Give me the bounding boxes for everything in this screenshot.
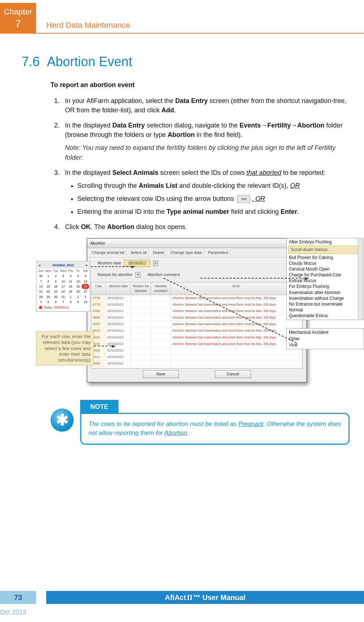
- calendar-month: October, 2012: [52, 263, 74, 268]
- col-error: Error: [171, 282, 302, 295]
- col-reason: Reason for abortion: [131, 282, 151, 295]
- step-3-bullet-2: Selecting the relevant cow IDs using the…: [77, 194, 350, 203]
- note-text: The cows to be reported for abortion mus…: [80, 413, 350, 444]
- footer: 73 AfiAct II™ User Manual: [0, 591, 364, 604]
- chapter-tab: Chapter 7: [0, 3, 36, 34]
- chapter-number: 7: [0, 18, 36, 30]
- reason-label: Reason for abortion: [98, 272, 133, 278]
- toolbar-change-list[interactable]: Change animal list: [90, 249, 126, 256]
- list-item: Estrual Mucus: [287, 278, 363, 284]
- table-row[interactable]: 677920/10/2012Abortion: Between last ins…: [91, 302, 302, 308]
- list-item: Cloudy Mucus: [287, 260, 363, 266]
- note-icon: ✱: [51, 409, 74, 432]
- section-number: 7.6: [14, 54, 40, 69]
- expand-note: Note: You may need to expand the fertili…: [65, 143, 350, 162]
- list-item: Insemination after Abortion: [287, 290, 363, 295]
- list-item: Insemination without Charge: [287, 295, 363, 301]
- chevron-down-icon[interactable]: ▾: [153, 260, 158, 266]
- arrow-right-button[interactable]: >>: [237, 195, 250, 203]
- list-item: Normal: [287, 307, 363, 313]
- list-item: Viral: [289, 342, 361, 348]
- data-grid[interactable]: Cow Abortion date Reason for abortion Ab…: [91, 282, 303, 369]
- screenshot-area: Abortion ✕ Change animal list Select all…: [51, 238, 350, 390]
- calendar-today: 🔴 Today: 10/20/2012: [37, 304, 89, 310]
- step-3: In the displayed Select Animals screen s…: [61, 168, 350, 216]
- step-list: In your AfiFarm application, select the …: [51, 96, 350, 232]
- step-1: In your AfiFarm application, select the …: [61, 96, 350, 115]
- table-row[interactable]: 678620/10/2012Abortion: Between last ins…: [91, 308, 302, 315]
- section-title: Abortion Event: [47, 54, 132, 69]
- dialog-toolbar: Change animal list Select all Delete Cha…: [87, 248, 306, 258]
- menu-top-item: After Embryo Flushing: [287, 239, 363, 245]
- step-3-bullet-1: Scrolling through the Animals List and d…: [77, 181, 350, 190]
- table-row[interactable]: 680520/10/2012Abortion: Between last ins…: [91, 315, 302, 321]
- col-date: Abortion date: [106, 282, 131, 295]
- save-button[interactable]: Save: [143, 370, 179, 378]
- table-row[interactable]: 602020/10/2012Abortion: Between last ins…: [91, 334, 302, 341]
- cancel-button[interactable]: Cancel: [215, 370, 251, 378]
- calendar-next-icon[interactable]: ▸: [86, 263, 88, 268]
- scrollbar[interactable]: [358, 239, 363, 319]
- dropdown-annotation-1: After Embryo Flushing Scroll-down menus:…: [286, 238, 364, 320]
- abortion-dialog: Abortion ✕ Change animal list Select all…: [87, 238, 307, 383]
- subheading: To report an abortion event: [51, 80, 350, 90]
- list-item: For Embryo Flushing: [287, 284, 363, 289]
- table-row[interactable]: 603020/10/2012Abortion: Between last ins…: [91, 341, 302, 347]
- chevron-down-icon[interactable]: ▾: [135, 272, 140, 278]
- step-3-bullet-3: Entering the animal ID into the Type ani…: [77, 207, 350, 216]
- page-number: 73: [0, 591, 36, 604]
- table-row[interactable]: 600720/10/2012Abortion: Between last ins…: [91, 321, 302, 328]
- list-item: Other: [289, 336, 361, 342]
- list-item: Cervical Mouth Open: [287, 266, 363, 272]
- col-comment: Abortion comment: [151, 282, 171, 295]
- list-item: Questionable Estrus: [287, 313, 363, 319]
- chapter-word: Chapter: [0, 7, 36, 17]
- table-row[interactable]: 601520/10/2012Abortion: Between last ins…: [91, 328, 302, 334]
- table-row[interactable]: 640620/10/2012: [91, 367, 302, 369]
- connector-line: [94, 346, 116, 346]
- table-row[interactable]: 677920/10/2012Abortion: Between last ins…: [91, 295, 302, 302]
- manual-title: AfiAct II™ User Manual: [46, 591, 364, 604]
- list-item: Charge for Purchased Cow: [287, 272, 363, 278]
- footer-date: Oct 2013: [0, 609, 26, 616]
- toolbar-change-type[interactable]: Change type data: [169, 249, 204, 256]
- list-item: Mechanical Accident: [289, 329, 361, 336]
- step-2: In the displayed Data Entry selection di…: [61, 121, 350, 162]
- connector-line: [200, 278, 309, 278]
- dialog-title: Abortion: [90, 241, 105, 246]
- list-item: No Entrance but Inseminate: [287, 301, 363, 307]
- table-row[interactable]: 645520/10/2012: [91, 360, 302, 367]
- list-item: Bull Proven for Calving: [287, 255, 363, 260]
- comment-label: Abortion comment: [148, 272, 180, 278]
- toolbar-delete[interactable]: Delete: [151, 249, 166, 256]
- toolbar-select-all[interactable]: Select all: [129, 249, 149, 256]
- calendar-annotation: ◂ October, 2012 ▸ SunMonTueWedThuFriSat …: [36, 261, 90, 312]
- calendar-prev-icon[interactable]: ◂: [39, 263, 40, 268]
- table-row[interactable]: 640220/10/2012: [91, 347, 302, 354]
- step-4: Click OK. The Abortion dialog box opens.: [61, 222, 350, 232]
- dropdown-annotation-2: Mechanical Accident Other Viral: [286, 328, 364, 349]
- note-label: NOTE: [80, 400, 118, 414]
- abortion-date-label: Abortion date: [98, 260, 121, 266]
- toolbar-parameters[interactable]: Parameters: [207, 249, 230, 256]
- connector-line: [91, 266, 135, 267]
- hint-enter-data: For each cow, enter the relevant data (y…: [36, 331, 94, 366]
- table-row[interactable]: 541120/10/2012: [91, 354, 302, 360]
- scroll-down-badge: Scroll-down menus:: [288, 246, 362, 254]
- col-cow: Cow: [91, 282, 106, 295]
- chapter-section-label: Herd Data Maintenance: [36, 3, 364, 34]
